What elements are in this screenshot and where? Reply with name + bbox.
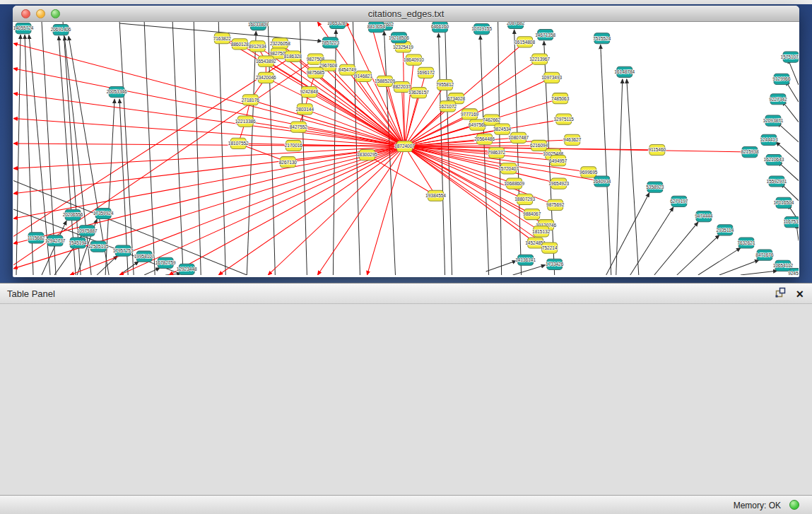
graph-node-label: 10654112 <box>773 263 794 268</box>
graph-node-label: 14055724 <box>13 25 34 30</box>
graph-node-label: 12923448 <box>177 267 197 271</box>
graph-node-label: 8454749 <box>339 67 357 72</box>
graph-edge <box>13 43 404 146</box>
memory-status-label: Memory: OK <box>734 501 781 510</box>
graph-node-label: 6494957 <box>549 158 567 163</box>
graph-node-label: 14136141 <box>515 257 536 262</box>
graph-node-label: 16543892 <box>256 59 276 64</box>
graph-node-label: 9875692 <box>546 202 565 207</box>
graph-node-label: 9875685 <box>307 70 325 75</box>
graph-node-label: 12213386 <box>235 119 256 124</box>
graph-edge <box>353 22 360 275</box>
graph-node-label: 1640934 <box>593 179 611 184</box>
graph-node-label: 9227342 <box>769 97 787 102</box>
graph-node-label: 18807293 <box>514 197 535 201</box>
graph-node-label: 1815132 <box>532 229 551 234</box>
graph-node-label: 12505135 <box>88 244 109 249</box>
graph-edge <box>481 35 489 275</box>
graph-node-label: 16154808 <box>514 40 535 45</box>
memory-status-indicator[interactable] <box>789 500 799 510</box>
graph-edge <box>654 222 698 275</box>
graph-node-label: 12325419 <box>393 45 413 49</box>
graph-node-label: 9245652 <box>788 271 799 275</box>
graph-node-label: 19384554 <box>425 193 446 198</box>
graph-node-label: 8427552 <box>290 124 308 129</box>
network-view-window[interactable]: citations_edges.txt 18724007183002957163… <box>13 6 799 277</box>
graph-node-label: 9146821 <box>355 74 373 78</box>
graph-edge <box>13 146 404 244</box>
graph-node-label: 8813054 <box>367 24 386 29</box>
graph-node-label: 1244413 <box>760 137 778 142</box>
graph-node-label: 752214 <box>542 245 558 250</box>
graph-edge <box>13 57 293 237</box>
graph-node-label: 6216094 <box>530 143 548 148</box>
graph-node-label: 8822037 <box>393 84 411 89</box>
window-title: citations_edges.txt <box>13 8 799 19</box>
graph-node-label: 8186328 <box>284 54 302 59</box>
graph-edge <box>719 260 759 275</box>
graph-node-label: 1167531 <box>784 219 799 224</box>
graph-node-label: 7462662 <box>483 117 501 122</box>
network-canvas: 1872400718300295716382288601288912934232… <box>13 22 799 275</box>
graph-node-label: 5358923 <box>646 185 664 189</box>
graph-node-label: 16782759 <box>155 260 176 265</box>
graph-node-label: 16033809 <box>248 22 269 27</box>
window-titlebar[interactable]: citations_edges.txt <box>13 6 799 22</box>
graph-node-label: 9129966 <box>772 76 791 81</box>
graph-node-label: 23420046 <box>256 75 276 80</box>
graph-edge <box>677 235 719 275</box>
graph-node-label: 2718176 <box>242 98 260 103</box>
graph-node-label: 7163822 <box>213 36 232 41</box>
graph-node-label: 7632621 <box>737 240 755 245</box>
graph-node-label: 20564486 <box>474 136 495 141</box>
graph-node-label: 7955812 <box>436 82 454 87</box>
graph-edge <box>404 146 535 243</box>
graph-node-label: 1621072 <box>439 104 457 109</box>
graph-edge <box>16 35 20 275</box>
graph-node-label: 19654923 <box>548 181 569 186</box>
graph-edge <box>698 248 741 275</box>
graph-node-label: 18107552 <box>228 141 249 146</box>
graph-node-label: 15592971 <box>767 179 787 184</box>
graph-node-label: 8267130 <box>279 160 298 165</box>
graph-node-label: 6279197 <box>670 199 688 204</box>
close-panel-icon[interactable]: × <box>796 288 804 300</box>
graph-edge <box>144 268 160 275</box>
graph-node-label: 23226058 <box>270 41 290 46</box>
graph-node-label: 12975115 <box>554 117 575 122</box>
graph-node-label: 12213967 <box>529 57 550 62</box>
float-panel-icon[interactable] <box>775 287 786 300</box>
graph-node-label: 18300295 <box>357 152 377 157</box>
graph-edge <box>627 79 639 275</box>
graph-node-label: 10653287 <box>327 22 348 25</box>
graph-edge <box>601 45 611 275</box>
graph-node-label: 15885209 <box>375 78 395 83</box>
graph-node-label: 19218506 <box>389 35 409 40</box>
graph-node-label: 2170016 <box>285 143 303 148</box>
graph-node-label: 1733426 <box>546 262 564 267</box>
graph-node-label: 1696172 <box>417 70 435 75</box>
graph-edge <box>741 271 777 275</box>
graph-node-label: 8912934 <box>249 44 267 49</box>
graph-edge <box>606 193 649 275</box>
graph-node-label: 7857223 <box>322 40 340 45</box>
graph-node-label: 20206556 <box>63 212 83 217</box>
graph-node-label: 17957253 <box>113 248 134 253</box>
graph-node-label: 7485063 <box>551 96 570 101</box>
graph-node-label: 10973493 <box>541 75 562 80</box>
graph-edge <box>777 123 799 142</box>
graph-node-label: 12093871 <box>763 118 784 123</box>
table-panel-title: Table Panel <box>7 288 55 299</box>
graph-node-label: 16148784 <box>614 69 635 74</box>
network-view-canvas[interactable]: 1872400718300295716382288601288912934232… <box>13 22 799 275</box>
graph-edge <box>97 256 117 275</box>
graph-edge <box>194 22 201 275</box>
graph-edge <box>13 93 404 146</box>
graph-node-label: 7515524 <box>593 36 611 41</box>
graph-edge <box>172 22 183 275</box>
graph-node-label: 8860128 <box>231 42 249 47</box>
graph-node-label: 9242848 <box>300 89 319 94</box>
graph-node-label: 20053346 <box>107 89 127 94</box>
graph-node-label: 15751074 <box>781 54 799 59</box>
graph-node-label: 2935114 <box>717 228 734 233</box>
